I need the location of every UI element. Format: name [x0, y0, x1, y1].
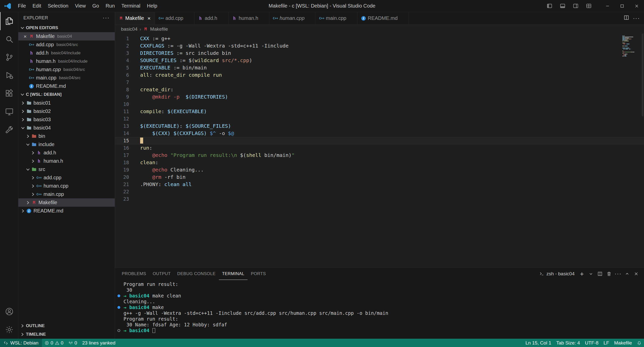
outline-header[interactable]: OUTLINE	[18, 322, 115, 330]
code-line-11[interactable]: 11compile: $(EXECUTABLE)	[115, 108, 644, 115]
code-line-15[interactable]: 15	[115, 137, 644, 144]
folder-include[interactable]: include	[18, 140, 115, 149]
source-control-icon[interactable]	[0, 48, 18, 66]
extensions-icon[interactable]	[0, 84, 18, 103]
panel-tab-ports[interactable]: PORTS	[248, 268, 269, 280]
code-line-2[interactable]: 2CXXFLAGS := -g -Wall -Wextra -std=c++11…	[115, 42, 644, 50]
folder-bin[interactable]: bin	[18, 132, 115, 140]
code-line-17[interactable]: 17 @echo "Program run result:\n $(shell …	[115, 152, 644, 159]
toggle-sidebar-icon[interactable]	[544, 1, 555, 11]
code-line-10[interactable]: 10	[115, 101, 644, 108]
search-icon[interactable]	[0, 30, 18, 48]
command-decoration-icon[interactable]	[117, 306, 120, 309]
command-decoration-icon[interactable]	[117, 294, 120, 297]
file-add.cpp[interactable]: C++add.cpp	[18, 173, 115, 182]
menu-go[interactable]: Go	[89, 2, 102, 10]
tab-add.cpp[interactable]: C++add.cpp	[155, 12, 194, 24]
folder-src[interactable]: src	[18, 165, 115, 173]
file-human.h[interactable]: hhuman.h	[18, 157, 115, 165]
breadcrumb-file[interactable]: Makefile	[150, 26, 168, 32]
maximize-icon[interactable]	[615, 0, 629, 12]
timeline-header[interactable]: TIMELINE	[18, 330, 115, 339]
close-window-icon[interactable]	[629, 0, 644, 12]
code-line-4[interactable]: 4SOURCE_FILES := $(wildcard src/*.cpp)	[115, 57, 644, 64]
notifications-bell-icon[interactable]	[634, 339, 644, 347]
folder-basic04[interactable]: basic04	[18, 124, 115, 132]
file-Makefile[interactable]: MMakefile	[18, 198, 115, 207]
tab-Makefile[interactable]: MMakefile×	[115, 12, 155, 24]
panel-tab-output[interactable]: OUTPUT	[149, 268, 174, 280]
encoding[interactable]: UTF-8	[582, 339, 601, 347]
open-editor-Makefile[interactable]: ×MMakefilebasic04	[18, 32, 115, 40]
ports-status[interactable]: 0	[66, 339, 80, 347]
account-icon[interactable]	[0, 302, 18, 321]
toggle-secondary-sidebar-icon[interactable]	[570, 1, 581, 11]
kill-terminal-icon[interactable]	[605, 270, 613, 278]
code-line-23[interactable]: 23	[115, 195, 644, 203]
menu-run[interactable]: Run	[102, 2, 118, 10]
close-panel-icon[interactable]	[632, 270, 640, 278]
file-README.md[interactable]: iREADME.md	[18, 207, 115, 215]
scrollbar-thumb[interactable]	[642, 33, 643, 116]
terminal-dropdown-icon[interactable]	[587, 270, 595, 278]
menu-file[interactable]: File	[15, 2, 29, 10]
menu-view[interactable]: View	[72, 2, 89, 10]
code-line-21[interactable]: 21.PHONY: clean all	[115, 181, 644, 188]
open-editor-add.h[interactable]: hadd.hbasic04/include	[18, 49, 115, 57]
code-editor[interactable]: 1CXX := g++2CXXFLAGS := -g -Wall -Wextra…	[115, 33, 644, 268]
code-line-18[interactable]: 18clean:	[115, 159, 644, 166]
menu-help[interactable]: Help	[144, 2, 160, 10]
run-debug-icon[interactable]	[0, 66, 18, 84]
open-editor-main.cpp[interactable]: C++main.cppbasic04/src	[18, 74, 115, 82]
close-icon[interactable]: ×	[146, 15, 152, 21]
remote-explorer-icon[interactable]	[0, 103, 18, 121]
close-icon[interactable]: ×	[22, 33, 28, 39]
breadcrumb-folder[interactable]: basic04	[121, 26, 138, 32]
terminal-select[interactable]: zsh - basic04	[539, 271, 575, 277]
tab-README.md[interactable]: iREADME.md	[357, 12, 409, 24]
more-actions-icon[interactable]: ···	[614, 270, 622, 278]
indentation[interactable]: Tab Size: 4	[554, 339, 582, 347]
tab-main.cpp[interactable]: C++main.cpp	[316, 12, 357, 24]
open-editor-add.cpp[interactable]: C++add.cppbasic04/src	[18, 40, 115, 49]
split-terminal-icon[interactable]	[596, 270, 604, 278]
minimize-icon[interactable]	[600, 0, 615, 12]
file-human.cpp[interactable]: C++human.cpp	[18, 182, 115, 190]
minimap[interactable]	[622, 35, 639, 59]
remote-indicator[interactable]: WSL: Debian	[0, 339, 42, 347]
code-line-6[interactable]: 6all: create_dir compile run	[115, 71, 644, 79]
folder-basic01[interactable]: basic01	[18, 99, 115, 107]
command-decoration-icon[interactable]	[117, 329, 120, 332]
customize-layout-icon[interactable]	[583, 1, 594, 11]
tab-add.h[interactable]: hadd.h	[194, 12, 228, 24]
open-editors-header[interactable]: OPEN EDITORS	[18, 24, 115, 32]
language-mode[interactable]: Makefile	[612, 339, 634, 347]
open-editor-README.md[interactable]: iREADME.md	[18, 82, 115, 90]
code-line-22[interactable]: 22	[115, 188, 644, 195]
split-editor-icon[interactable]	[623, 15, 629, 22]
file-add.h[interactable]: hadd.h	[18, 149, 115, 157]
code-line-1[interactable]: 1CXX := g++	[115, 35, 644, 42]
panel-tab-terminal[interactable]: TERMINAL	[219, 268, 248, 280]
settings-gear-icon[interactable]	[0, 321, 18, 339]
more-actions-icon[interactable]: ···	[633, 15, 640, 22]
explorer-icon[interactable]	[0, 12, 18, 30]
code-line-12[interactable]: 12	[115, 115, 644, 122]
code-line-9[interactable]: 9 @mkdir -p $(DIRECTORIES)	[115, 93, 644, 101]
code-line-5[interactable]: 5EXECUTABLE := bin/main	[115, 64, 644, 71]
maximize-panel-icon[interactable]	[623, 270, 631, 278]
open-editor-human.h[interactable]: hhuman.hbasic04/include	[18, 57, 115, 65]
code-line-13[interactable]: 13$(EXECUTABLE): $(SOURCE_FILES)	[115, 122, 644, 130]
more-actions-icon[interactable]: ···	[103, 15, 110, 21]
code-line-16[interactable]: 16run:	[115, 144, 644, 152]
panel-tab-debug-console[interactable]: DEBUG CONSOLE	[174, 268, 219, 280]
folder-basic03[interactable]: basic03	[18, 115, 115, 124]
cursor-position[interactable]: Ln 15, Col 1	[523, 339, 554, 347]
menu-edit[interactable]: Edit	[29, 2, 44, 10]
code-line-7[interactable]: 7	[115, 79, 644, 86]
tab-human.h[interactable]: hhuman.h	[228, 12, 269, 24]
problems-status[interactable]: 0 0	[42, 339, 66, 347]
tab-human.cpp[interactable]: C++human.cpp	[269, 12, 316, 24]
open-editor-human.cpp[interactable]: C++human.cppbasic04/src	[18, 65, 115, 74]
code-line-14[interactable]: 14 $(CXX) $(CXXFLAGS) $^ -o $@	[115, 130, 644, 137]
